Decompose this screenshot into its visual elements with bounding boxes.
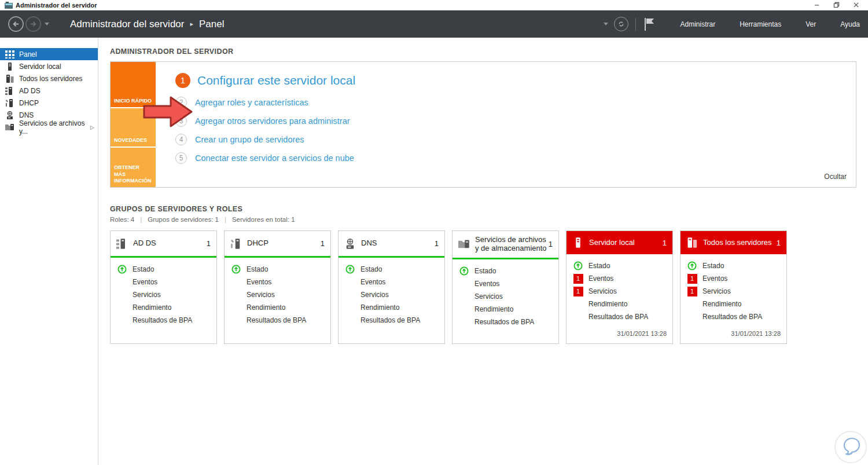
strip-label: NOVEDADES <box>114 137 147 144</box>
row-resultados-bpa[interactable]: Resultados de BPA <box>339 314 444 327</box>
sidebar-item-label: Servicios de archivos y... <box>19 119 90 136</box>
row-estado[interactable]: Estado <box>339 263 444 276</box>
stat-servidores: Servidores en total: 1 <box>232 216 295 223</box>
forward-button[interactable] <box>25 16 41 32</box>
notifications-caret-icon[interactable] <box>604 23 608 25</box>
step-link[interactable]: Agregar roles y características <box>195 98 308 107</box>
strip-obtener-mas[interactable]: OBTENER MÁS INFORMACIÓN <box>111 148 156 187</box>
stat-separator: | <box>225 216 226 223</box>
page-title: ADMINISTRADOR DEL SERVIDOR <box>110 47 856 56</box>
step-link[interactable]: Configurar este servidor local <box>197 74 355 87</box>
row-estado[interactable]: Estado <box>453 265 558 277</box>
card-title: Todos los servidores <box>703 239 777 247</box>
notification-flag-icon[interactable] <box>643 17 656 31</box>
card-header[interactable]: DNS 1 <box>339 231 444 258</box>
card-header[interactable]: AD DS 1 <box>111 231 216 258</box>
status-up-icon <box>117 265 127 274</box>
back-button[interactable] <box>8 16 24 32</box>
local-server-icon <box>572 237 584 248</box>
menu-ver[interactable]: Ver <box>806 16 816 33</box>
red-pointer-arrow <box>143 95 194 129</box>
close-button[interactable] <box>846 1 866 10</box>
row-servicios[interactable]: Servicios <box>111 288 216 301</box>
solvetic-watermark-logo <box>834 431 867 463</box>
card-header[interactable]: Todos los servidores 1 <box>681 231 786 254</box>
row-servicios[interactable]: Servicios <box>225 288 330 301</box>
sidebar-item-todos-los-servidores[interactable]: Todos los servidores <box>0 72 98 85</box>
menu-bar: Administrar Herramientas Ver Ayuda <box>656 16 860 33</box>
submenu-arrow-icon[interactable]: ▷ <box>90 125 94 130</box>
step-link[interactable]: Crear un grupo de servidores <box>195 135 304 144</box>
menu-ayuda[interactable]: Ayuda <box>840 16 860 33</box>
step-number-badge: 5 <box>175 152 187 164</box>
menu-administrar[interactable]: Administrar <box>680 16 715 33</box>
history-dropdown-caret-icon[interactable] <box>45 23 49 25</box>
step-crear-grupo[interactable]: 4 Crear un grupo de servidores <box>175 134 856 145</box>
step-agregar-roles[interactable]: 2 Agregar roles y características <box>175 97 856 108</box>
dhcp-icon <box>5 99 14 107</box>
row-estado[interactable]: Estado <box>111 263 216 276</box>
row-rendimiento[interactable]: Rendimiento <box>339 301 444 314</box>
row-servicios[interactable]: 1 Servicios <box>567 285 672 298</box>
ad-ds-icon <box>116 239 128 249</box>
row-eventos[interactable]: 1 Eventos <box>681 272 786 285</box>
row-resultados-bpa[interactable]: Resultados de BPA <box>225 314 330 327</box>
card-count: 1 <box>321 239 325 248</box>
alert-count-badge: 1 <box>573 287 583 296</box>
sidebar-item-ad-ds[interactable]: AD DS <box>0 85 98 97</box>
alert-count-badge: 1 <box>573 274 583 284</box>
row-eventos[interactable]: Eventos <box>339 276 444 288</box>
menu-herramientas[interactable]: Herramientas <box>740 16 781 33</box>
breadcrumb: Administrador del servidor ▸ Panel <box>70 19 224 30</box>
alert-count-badge: 1 <box>687 274 697 284</box>
step-conectar-nube[interactable]: 5 Conectar este servidor a servicios de … <box>175 152 856 164</box>
row-rendimiento[interactable]: Rendimiento <box>681 298 786 310</box>
row-rendimiento[interactable]: Rendimiento <box>453 303 558 316</box>
row-estado[interactable]: Estado <box>567 259 672 272</box>
row-resultados-bpa[interactable]: Resultados de BPA <box>681 310 786 323</box>
card-timestamp: 31/01/2021 13:28 <box>617 330 667 337</box>
sidebar-item-servidor-local[interactable]: Servidor local <box>0 60 98 72</box>
status-up-icon <box>573 261 583 270</box>
row-rendimiento[interactable]: Rendimiento <box>567 298 672 310</box>
row-estado[interactable]: Estado <box>225 263 330 276</box>
hide-welcome-link[interactable]: Ocultar <box>824 173 847 181</box>
sidebar-item-panel[interactable]: Panel <box>0 48 98 60</box>
row-rendimiento[interactable]: Rendimiento <box>225 301 330 314</box>
card-header[interactable]: DHCP 1 <box>225 231 330 258</box>
row-estado[interactable]: Estado <box>681 259 786 272</box>
card-ad-ds: AD DS 1 Estado Eventos Servicios Rendimi… <box>110 230 217 344</box>
restore-button[interactable] <box>826 1 846 10</box>
sidebar-item-dhcp[interactable]: DHCP <box>0 97 98 109</box>
row-eventos[interactable]: Eventos <box>225 276 330 288</box>
row-servicios[interactable]: 1 Servicios <box>681 285 786 298</box>
row-eventos[interactable]: Eventos <box>111 276 216 288</box>
card-count: 1 <box>663 239 667 247</box>
step-configurar-servidor[interactable]: 1 Configurar este servidor local <box>175 73 856 88</box>
window-title: Administrador del servidor <box>16 2 807 9</box>
minimize-button[interactable] <box>807 1 826 10</box>
sidebar-item-label: DHCP <box>19 99 39 107</box>
row-servicios[interactable]: Servicios <box>339 288 444 301</box>
dashboard-grid-icon <box>5 50 14 58</box>
step-link[interactable]: Agregar otros servidores para administra… <box>195 116 350 126</box>
main-content: ADMINISTRADOR DEL SERVIDOR INICIO RÁPIDO… <box>98 38 868 465</box>
alert-count-badge: 1 <box>687 287 697 296</box>
stat-separator: | <box>140 216 142 223</box>
row-resultados-bpa[interactable]: Resultados de BPA <box>567 310 672 323</box>
breadcrumb-root[interactable]: Administrador del servidor <box>70 19 184 30</box>
row-resultados-bpa[interactable]: Resultados de BPA <box>453 316 558 328</box>
card-header[interactable]: Servidor local 1 <box>567 231 672 254</box>
sidebar-item-servicios-archivos[interactable]: Servicios de archivos y... ▷ <box>0 121 98 133</box>
refresh-button[interactable] <box>614 17 628 31</box>
row-resultados-bpa[interactable]: Resultados de BPA <box>111 314 216 327</box>
step-agregar-servidores[interactable]: 3 Agregar otros servidores para administ… <box>175 115 856 127</box>
row-eventos[interactable]: 1 Eventos <box>567 272 672 285</box>
card-header[interactable]: Servicios de archivos y de almacenamient… <box>453 231 558 259</box>
speech-bubble-icon <box>839 435 862 459</box>
card-dhcp: DHCP 1 Estado Eventos Servicios Rendimie… <box>224 230 331 344</box>
row-eventos[interactable]: Eventos <box>453 277 558 290</box>
row-servicios[interactable]: Servicios <box>453 290 558 303</box>
row-rendimiento[interactable]: Rendimiento <box>111 301 216 314</box>
step-link[interactable]: Conectar este servidor a servicios de nu… <box>195 153 354 163</box>
